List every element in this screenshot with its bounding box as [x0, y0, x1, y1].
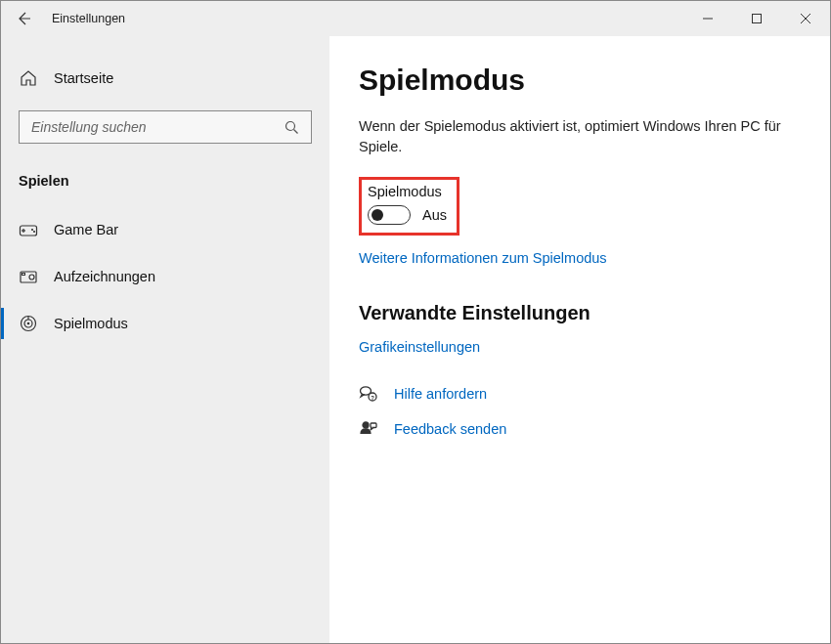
related-heading: Verwandte Einstellungen	[359, 302, 791, 324]
sidebar-nav: Game Bar Aufzeichnungen	[1, 206, 329, 347]
sidebar-home[interactable]: Startseite	[1, 60, 329, 97]
sidebar-item-label: Spielmodus	[54, 316, 128, 331]
svg-rect-22	[371, 423, 376, 428]
feedback-icon	[359, 420, 378, 438]
sidebar-item-gamemode[interactable]: Spielmodus	[1, 300, 329, 347]
search-icon	[284, 120, 299, 135]
search-input-wrap[interactable]	[19, 110, 312, 144]
sidebar-item-label: Aufzeichnungen	[54, 269, 155, 284]
capture-icon	[19, 268, 38, 285]
sidebar: Startseite Spielen	[1, 36, 329, 643]
minimize-button[interactable]	[683, 1, 732, 36]
close-button[interactable]	[781, 1, 830, 36]
page-description: Wenn der Spielemodus aktiviert ist, opti…	[359, 116, 791, 157]
titlebar: Einstellungen	[1, 1, 830, 36]
search-input[interactable]	[31, 119, 284, 135]
svg-point-4	[286, 121, 295, 130]
highlight-box: Spielmodus Aus	[359, 177, 459, 236]
content-area: Spielmodus Wenn der Spielemodus aktivier…	[329, 36, 830, 643]
sidebar-item-gamebar[interactable]: Game Bar	[1, 206, 329, 253]
back-button[interactable]	[1, 1, 46, 36]
get-help-row[interactable]: ? Hilfe anfordern	[359, 385, 791, 403]
sidebar-item-label: Game Bar	[54, 222, 118, 237]
gamebar-icon	[19, 221, 38, 238]
svg-point-9	[31, 229, 33, 231]
page-heading: Spielmodus	[359, 64, 791, 97]
toggle-knob	[372, 209, 383, 221]
gamemode-toggle[interactable]	[368, 205, 411, 225]
home-icon	[19, 69, 38, 87]
maximize-icon	[751, 13, 763, 24]
close-icon	[800, 13, 811, 24]
window-controls	[683, 1, 830, 36]
svg-point-12	[29, 275, 34, 279]
feedback-label: Feedback senden	[394, 421, 506, 437]
back-arrow-icon	[16, 11, 31, 26]
svg-text:?: ?	[371, 395, 374, 401]
svg-rect-13	[22, 274, 25, 276]
svg-point-10	[33, 231, 35, 233]
sidebar-category: Spielen	[1, 163, 329, 206]
graphics-settings-link[interactable]: Grafikeinstellungen	[359, 339, 480, 355]
svg-point-17	[27, 322, 30, 325]
toggle-label: Spielmodus	[368, 184, 447, 199]
sidebar-home-label: Startseite	[54, 70, 113, 86]
svg-point-21	[363, 422, 369, 428]
window-title: Einstellungen	[52, 12, 125, 25]
maximize-button[interactable]	[732, 1, 781, 36]
help-icon: ?	[359, 385, 378, 403]
gamemode-icon	[19, 314, 38, 333]
sidebar-item-captures[interactable]: Aufzeichnungen	[1, 253, 329, 300]
more-info-link[interactable]: Weitere Informationen zum Spielmodus	[359, 250, 607, 266]
svg-line-5	[294, 129, 298, 133]
svg-rect-1	[753, 15, 762, 23]
feedback-row[interactable]: Feedback senden	[359, 420, 791, 438]
minimize-icon	[702, 13, 714, 24]
get-help-label: Hilfe anfordern	[394, 386, 487, 402]
toggle-state-text: Aus	[422, 207, 447, 223]
